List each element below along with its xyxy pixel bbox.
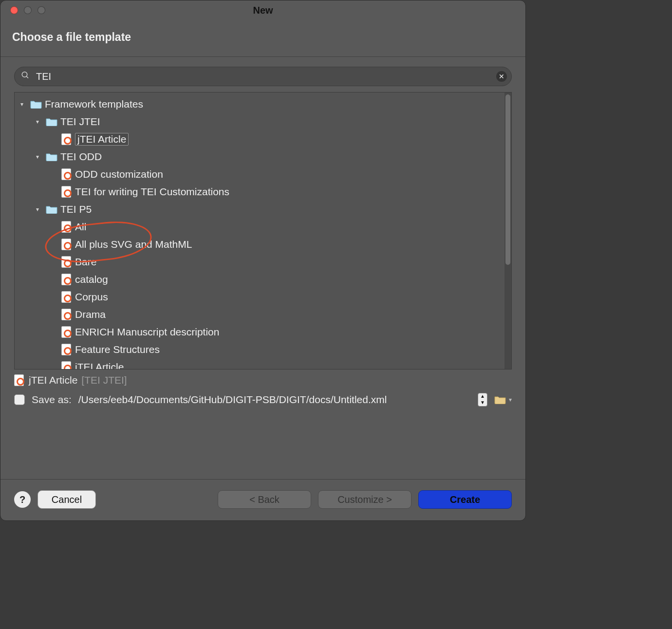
folder-icon: [494, 395, 506, 404]
scrollbar-thumb[interactable]: [505, 94, 510, 265]
tree-label: jTEI Article: [75, 133, 129, 146]
path-stepper[interactable]: ▲ ▼: [478, 393, 487, 407]
tree-item-selected[interactable]: jTEI Article: [19, 130, 504, 148]
tree-folder-group[interactable]: ▾ TEI ODD: [19, 148, 504, 166]
customize-button: Customize >: [318, 490, 411, 509]
help-button[interactable]: ?: [14, 491, 31, 508]
tree-label: TEI for writing TEI Customizations: [75, 186, 229, 198]
save-as-path[interactable]: /Users/eeb4/Documents/GitHub/DIGIT-PSB/D…: [78, 392, 471, 407]
create-button[interactable]: Create: [418, 490, 512, 509]
tree-label: Feature Structures: [75, 344, 160, 355]
search-icon: [21, 71, 30, 82]
browse-folder-dropdown[interactable]: ▾: [494, 395, 512, 404]
xml-file-icon: [61, 326, 71, 338]
tree-label: ENRICH Manuscript description: [75, 326, 219, 338]
xml-file-icon: [61, 344, 71, 355]
chevron-down-icon[interactable]: ▾: [36, 153, 43, 160]
xml-file-icon: [61, 186, 71, 198]
folder-icon: [46, 117, 57, 126]
tree-item[interactable]: Corpus: [19, 288, 504, 306]
titlebar: New: [0, 0, 525, 20]
tree-item[interactable]: catalog: [19, 271, 504, 288]
selection-status: jTEI Article [TEI JTEI]: [14, 370, 512, 392]
save-as-label: Save as:: [32, 394, 72, 406]
chevron-up-icon[interactable]: ▲: [478, 393, 487, 400]
chevron-down-icon[interactable]: ▾: [36, 206, 43, 213]
tree-item[interactable]: Drama: [19, 306, 504, 323]
svg-point-0: [22, 72, 27, 77]
save-as-row: Save as: /Users/eeb4/Documents/GitHub/DI…: [14, 392, 512, 415]
scrollbar[interactable]: [504, 92, 511, 369]
xml-file-icon: [61, 309, 71, 320]
tree-label: Corpus: [75, 291, 108, 303]
xml-file-icon: [61, 291, 71, 303]
tree-label: Drama: [75, 309, 106, 320]
xml-file-icon: [61, 221, 71, 233]
tree-item[interactable]: All: [19, 218, 504, 236]
dialog-footer: ? Cancel < Back Customize > Create: [0, 479, 525, 520]
cancel-button[interactable]: Cancel: [37, 490, 96, 509]
tree-item[interactable]: jTEI Article: [19, 358, 504, 369]
xml-file-icon: [61, 361, 71, 369]
dialog-content: ✕ ▾ Framework templates ▾ TEI JTEI: [0, 57, 525, 479]
template-tree-container: ▾ Framework templates ▾ TEI JTEI: [14, 92, 512, 370]
dialog-window: New Choose a file template ✕ ▾ Framework…: [0, 0, 526, 521]
selected-template-label: jTEI Article: [29, 374, 77, 386]
save-as-checkbox[interactable]: [14, 394, 25, 405]
xml-file-icon: [61, 256, 71, 268]
xml-file-icon: [61, 168, 71, 180]
xml-file-icon: [14, 374, 24, 386]
folder-icon: [30, 100, 42, 109]
tree-label: ODD customization: [75, 168, 163, 180]
folder-icon: [46, 152, 57, 161]
template-tree[interactable]: ▾ Framework templates ▾ TEI JTEI: [15, 92, 504, 369]
tree-label: All: [75, 221, 86, 233]
tree-label: All plus SVG and MathML: [75, 239, 192, 250]
tree-item[interactable]: ODD customization: [19, 166, 504, 183]
tree-item[interactable]: ENRICH Manuscript description: [19, 323, 504, 341]
xml-file-icon: [61, 274, 71, 285]
tree-item[interactable]: All plus SVG and MathML: [19, 236, 504, 253]
svg-line-1: [26, 76, 28, 78]
tree-label: catalog: [75, 274, 108, 285]
tree-label: Bare: [75, 256, 96, 268]
tree-folder-group[interactable]: ▾ TEI JTEI: [19, 113, 504, 130]
window-title: New: [0, 5, 525, 16]
clear-search-icon[interactable]: ✕: [496, 71, 507, 82]
selected-template-context: [TEI JTEI]: [81, 374, 127, 386]
back-button: < Back: [218, 490, 311, 509]
search-wrap: ✕: [14, 67, 512, 86]
xml-file-icon: [61, 239, 71, 250]
tree-label: TEI JTEI: [60, 116, 100, 128]
tree-label: TEI ODD: [60, 151, 102, 163]
tree-folder-group[interactable]: ▾ TEI P5: [19, 201, 504, 218]
tree-item[interactable]: Feature Structures: [19, 341, 504, 358]
tree-label: TEI P5: [60, 204, 92, 215]
search-input[interactable]: [14, 67, 512, 86]
chevron-down-icon[interactable]: ▾: [20, 101, 27, 108]
tree-item[interactable]: Bare: [19, 253, 504, 271]
tree-folder-root[interactable]: ▾ Framework templates: [19, 95, 504, 113]
chevron-down-icon[interactable]: ▾: [36, 118, 43, 125]
folder-icon: [46, 205, 57, 214]
tree-label: jTEI Article: [75, 361, 124, 369]
tree-label: Framework templates: [45, 98, 143, 110]
chevron-down-icon: ▾: [509, 396, 512, 403]
chevron-down-icon[interactable]: ▼: [478, 400, 487, 406]
dialog-heading: Choose a file template: [0, 20, 525, 57]
xml-file-icon: [61, 133, 71, 145]
tree-item[interactable]: TEI for writing TEI Customizations: [19, 183, 504, 201]
